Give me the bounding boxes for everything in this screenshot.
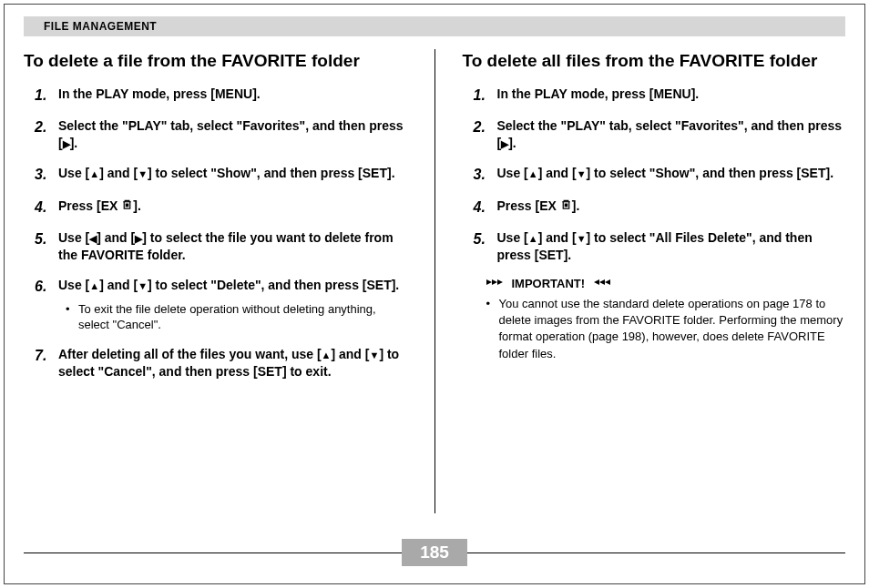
step-number: 1. (35, 86, 51, 106)
step-item: 4.Press [EX ]. (35, 198, 407, 218)
step-number: 3. (35, 165, 51, 185)
step-number: 5. (35, 229, 51, 264)
step-item: 5.Use [▲] and [▼] to select "All Files D… (474, 229, 846, 264)
step-number: 4. (35, 198, 51, 218)
step-number: 2. (474, 117, 490, 152)
step-body: Select the "PLAY" tab, select "Favorites… (497, 117, 846, 152)
right-heading: To delete all files from the FAVORITE fo… (463, 49, 846, 73)
step-item: 3.Use [▲] and [▼] to select "Show", and … (474, 165, 846, 185)
step-body: Press [EX ]. (58, 198, 407, 218)
step-item: 7.After deleting all of the files you wa… (35, 346, 407, 380)
left-column: To delete a file from the FAVORITE folde… (24, 49, 407, 513)
two-column-layout: To delete a file from the FAVORITE folde… (24, 49, 845, 513)
step-item: 6.Use [▲] and [▼] to select "Delete", an… (35, 277, 407, 333)
right-steps-list: 1.In the PLAY mode, press [MENU].2.Selec… (463, 86, 846, 264)
important-heading: IMPORTANT! (486, 277, 846, 290)
step-item: 4.Press [EX ]. (474, 198, 846, 218)
triangle-right-icon: ▶ (135, 232, 142, 246)
step-number: 1. (474, 86, 490, 106)
step-subnote-text: To exit the file delete operation withou… (78, 301, 407, 333)
section-header-bar: FILE MANAGEMENT (24, 16, 845, 36)
manual-page: FILE MANAGEMENT To delete a file from th… (0, 0, 869, 588)
triangle-down-icon: ▼ (577, 167, 587, 181)
step-number: 7. (35, 346, 51, 380)
triangle-up-icon: ▲ (89, 167, 99, 181)
step-body: Use [▲] and [▼] to select "Delete", and … (58, 277, 407, 333)
step-item: 1.In the PLAY mode, press [MENU]. (35, 86, 407, 106)
step-number: 3. (474, 165, 490, 185)
step-item: 2.Select the "PLAY" tab, select "Favorit… (35, 117, 407, 152)
triangle-left-icon: ◀ (89, 232, 97, 246)
step-body: Use [▲] and [▼] to select "Show", and th… (58, 165, 407, 185)
triangle-up-icon: ▲ (528, 232, 538, 246)
triangle-up-icon: ▲ (89, 279, 99, 293)
step-body: Select the "PLAY" tab, select "Favorites… (58, 117, 407, 152)
important-decor-right-icon (590, 277, 610, 290)
trash-icon (121, 198, 133, 215)
step-body: Use [◀] and [▶] to select the file you w… (58, 229, 407, 264)
bullet-icon: • (486, 296, 494, 362)
left-heading: To delete a file from the FAVORITE folde… (24, 49, 407, 73)
step-subnote: •To exit the file delete operation witho… (58, 301, 407, 333)
step-body: After deleting all of the files you want… (58, 346, 407, 380)
step-body: Use [▲] and [▼] to select "All Files Del… (497, 229, 846, 264)
footer-line-right (467, 553, 845, 553)
step-number: 4. (474, 198, 490, 218)
step-body: Press [EX ]. (497, 198, 846, 218)
footer-line-left (24, 553, 402, 553)
step-number: 5. (474, 229, 490, 264)
important-decor-left-icon (486, 277, 506, 290)
step-number: 2. (35, 117, 51, 152)
left-steps-list: 1.In the PLAY mode, press [MENU].2.Selec… (24, 86, 407, 380)
page-number: 185 (402, 539, 467, 566)
triangle-down-icon: ▼ (577, 232, 587, 246)
step-item: 1.In the PLAY mode, press [MENU]. (474, 86, 846, 106)
step-item: 3.Use [▲] and [▼] to select "Show", and … (35, 165, 407, 185)
step-item: 2.Select the "PLAY" tab, select "Favorit… (474, 117, 846, 152)
triangle-up-icon: ▲ (322, 349, 332, 362)
triangle-down-icon: ▼ (369, 349, 379, 362)
bullet-icon: • (66, 301, 73, 333)
trash-icon (560, 198, 572, 215)
important-note: • You cannot use the standard delete ope… (486, 296, 846, 362)
step-body: In the PLAY mode, press [MENU]. (497, 86, 846, 106)
triangle-down-icon: ▼ (138, 279, 148, 293)
step-number: 6. (35, 277, 51, 333)
step-item: 5.Use [◀] and [▶] to select the file you… (35, 229, 407, 264)
step-body: Use [▲] and [▼] to select "Show", and th… (497, 165, 846, 185)
triangle-down-icon: ▼ (138, 167, 148, 181)
triangle-right-icon: ▶ (501, 137, 508, 151)
step-body: In the PLAY mode, press [MENU]. (58, 86, 407, 106)
important-block: IMPORTANT! • You cannot use the standard… (486, 277, 846, 362)
section-title: FILE MANAGEMENT (44, 20, 157, 33)
column-divider (434, 49, 435, 513)
right-column: To delete all files from the FAVORITE fo… (463, 49, 846, 513)
important-label: IMPORTANT! (512, 277, 586, 290)
page-footer: 185 (24, 539, 845, 566)
triangle-up-icon: ▲ (528, 167, 538, 181)
important-note-text: You cannot use the standard delete opera… (499, 296, 846, 362)
triangle-right-icon: ▶ (63, 137, 70, 151)
